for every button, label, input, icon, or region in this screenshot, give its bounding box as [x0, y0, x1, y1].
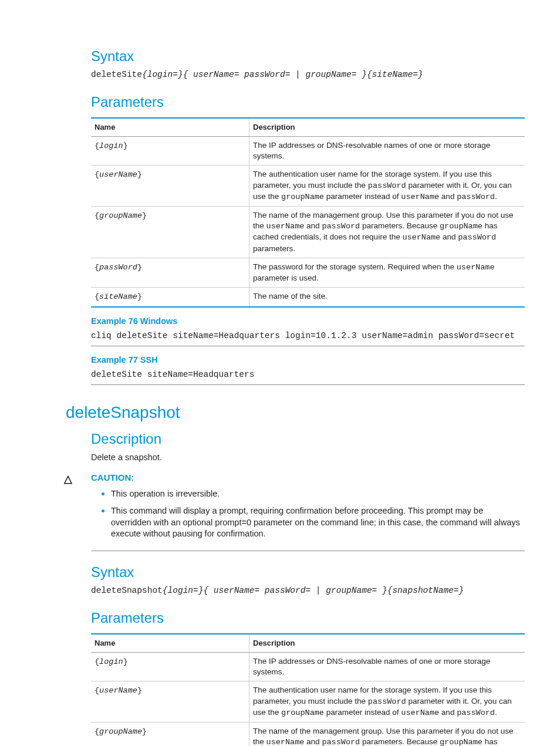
param-name: userName	[99, 170, 137, 179]
syntax-heading: Syntax	[91, 563, 525, 582]
caution-block: △ CAUTION: This operation is irreversibl…	[91, 472, 525, 552]
col-desc: Description	[249, 634, 525, 652]
param-desc: The IP addresses or DNS-resolvable names…	[249, 136, 525, 165]
table-row: {login} The IP addresses or DNS-resolvab…	[91, 136, 525, 165]
param-name: login	[99, 657, 123, 666]
example-code-77: deleteSite siteName=Headquarters	[91, 368, 525, 385]
param-desc: The authentication user name for the sto…	[249, 681, 525, 723]
param-desc: The IP addresses or DNS-resolvable names…	[249, 652, 525, 681]
table-row: {login} The IP addresses or DNS-resolvab…	[91, 652, 525, 681]
param-desc: The name of the management group. Use th…	[249, 206, 525, 258]
description-heading: Description	[91, 430, 525, 448]
example-code-76: cliq deleteSite siteName=Headquarters lo…	[91, 329, 525, 346]
syntax-params: {login=}{ userName= passWord= | groupNam…	[163, 586, 464, 595]
caution-label: CAUTION:	[91, 472, 525, 484]
syntax-line-deletesite: deleteSite{login=}{ userName= passWord= …	[91, 69, 525, 81]
table-row: {groupName} The name of the management g…	[91, 206, 525, 258]
parameters-heading: Parameters	[91, 609, 525, 627]
parameters-heading: Parameters	[91, 93, 525, 112]
table-row: {userName} The authentication user name …	[91, 166, 525, 207]
col-name: Name	[91, 118, 249, 136]
param-desc: The password for the storage system. Req…	[249, 258, 525, 287]
parameters-table-deletesnapshot: Name Description {login} The IP addresse…	[91, 633, 525, 746]
table-row: {passWord} The password for the storage …	[91, 258, 525, 287]
col-name: Name	[91, 634, 249, 652]
table-row: {siteName} The name of the site.	[91, 288, 525, 307]
caution-list: This operation is irreversible. This com…	[91, 487, 525, 551]
col-desc: Description	[249, 118, 525, 136]
example-title-76: Example 76 Windows	[91, 316, 525, 328]
example-title-77: Example 77 SSH	[91, 355, 525, 366]
param-name: passWord	[99, 263, 137, 272]
syntax-params: {login=}{ userName= passWord= | groupNam…	[142, 70, 423, 79]
param-desc: The authentication user name for the sto…	[249, 166, 525, 207]
param-name: siteName	[99, 292, 137, 301]
param-name: groupName	[99, 211, 142, 220]
list-item: This operation is irreversible.	[111, 487, 525, 500]
syntax-line-deletesnapshot: deleteSnapshot{login=}{ userName= passWo…	[91, 585, 525, 597]
param-name: groupName	[99, 727, 142, 736]
parameters-table-deletesite: Name Description {login} The IP addresse…	[91, 117, 525, 307]
param-name: login	[99, 141, 123, 150]
syntax-cmd: deleteSnapshot	[91, 586, 163, 595]
syntax-heading: Syntax	[91, 47, 525, 66]
caution-icon: △	[64, 472, 72, 486]
command-heading-deletesnapshot: deleteSnapshot	[66, 401, 525, 424]
list-item: This command will display a prompt, requ…	[111, 504, 525, 540]
param-desc: The name of the site.	[249, 288, 525, 307]
syntax-cmd: deleteSite	[91, 70, 142, 79]
param-name: userName	[99, 686, 137, 695]
table-row: {userName} The authentication user name …	[91, 681, 525, 723]
description-text: Delete a snapshot.	[91, 452, 525, 464]
param-desc: The name of the management group. Use th…	[249, 723, 525, 747]
table-row: {groupName} The name of the management g…	[91, 723, 525, 747]
